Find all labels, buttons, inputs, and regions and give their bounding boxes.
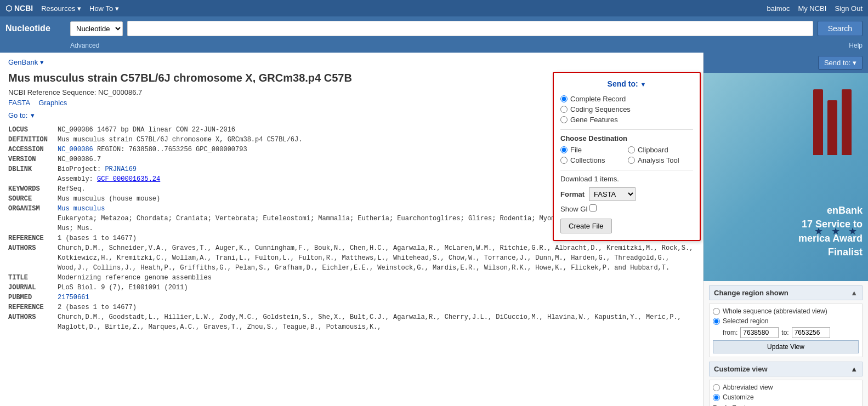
change-region-collapse-btn[interactable]: ▲ bbox=[850, 289, 858, 297]
main-content: GenBank ▾ Mus musculus strain C57BL/6J c… bbox=[0, 53, 868, 406]
my-ncbi-link[interactable]: My NCBI bbox=[798, 4, 826, 13]
region-section: Whole sequence (abbreviated view) Select… bbox=[709, 304, 863, 357]
genbank-dropdown-icon[interactable]: ▾ bbox=[40, 58, 44, 66]
show-gi-row: Show GI bbox=[560, 204, 693, 213]
send-to-panel: Send to: Complete Record Coding Sequence… bbox=[553, 72, 701, 241]
fasta-link[interactable]: FASTA bbox=[8, 99, 30, 107]
collections-destination[interactable]: Collections bbox=[560, 156, 626, 164]
coding-sequences-radio[interactable] bbox=[560, 106, 568, 113]
definition-value: Mus musculus strain C57BL/6J chromosome … bbox=[58, 135, 302, 145]
goto-label: Go to: bbox=[8, 111, 27, 119]
nav-links: Resources ▾ How To ▾ bbox=[41, 4, 767, 13]
accession-label: ACCESSION bbox=[8, 145, 58, 155]
database-select[interactable]: Nucleotide Gene Protein PubMed bbox=[70, 21, 123, 36]
complete-record-radio[interactable] bbox=[560, 95, 568, 102]
customize-radio[interactable] bbox=[713, 394, 720, 401]
file-radio[interactable] bbox=[560, 146, 568, 153]
organism-link[interactable]: Mus musculus bbox=[58, 205, 105, 213]
search-input[interactable] bbox=[127, 21, 813, 36]
send-to-dropdown-button[interactable]: Send to: bbox=[608, 79, 646, 88]
send-to-bar: Send to: ▾ bbox=[704, 53, 868, 73]
divider-1 bbox=[560, 129, 693, 130]
create-file-button[interactable]: Create File bbox=[560, 219, 612, 233]
sign-out-link[interactable]: Sign Out bbox=[835, 4, 863, 13]
region-from-input[interactable] bbox=[740, 327, 779, 338]
locus-value: NC_000086 14677 bp DNA linear CON 22-JUN… bbox=[58, 125, 235, 135]
title1-value: Modernizing reference genome assemblies bbox=[58, 273, 212, 283]
journal1-label: JOURNAL bbox=[8, 283, 58, 293]
destination-grid: File Clipboard Collections Analysis Tool bbox=[560, 146, 693, 164]
help-link[interactable]: Help bbox=[849, 42, 863, 49]
bioproject-link[interactable]: PRJNA169 bbox=[105, 165, 137, 173]
region-from-to: from: to: bbox=[713, 327, 859, 338]
source-label: SOURCE bbox=[8, 194, 58, 204]
ncbi-logo-icon: ⬡ bbox=[5, 4, 12, 13]
customize-view-collapse-btn[interactable]: ▲ bbox=[850, 365, 858, 373]
clipboard-destination[interactable]: Clipboard bbox=[628, 146, 693, 154]
coding-sequences-option[interactable]: Coding Sequences bbox=[560, 105, 693, 113]
organism-value: Mus musculus bbox=[58, 204, 105, 214]
send-to-button[interactable]: Send to: ▾ bbox=[818, 56, 863, 70]
genbank-link[interactable]: GenBank ▾ bbox=[8, 58, 44, 66]
reference2-row: REFERENCE 2 (bases 1 to 14677) bbox=[8, 302, 695, 312]
authors1-value: Church,D.M., Schneider,V.A., Graves,T., … bbox=[58, 243, 695, 273]
keywords-label: KEYWORDS bbox=[8, 184, 58, 194]
region-to-input[interactable] bbox=[792, 327, 830, 338]
resources-link[interactable]: Resources ▾ bbox=[41, 4, 81, 13]
whole-sequence-radio[interactable] bbox=[713, 308, 720, 315]
selected-region-option[interactable]: Selected region bbox=[713, 317, 859, 325]
top-nav: ⬡ NCBI Resources ▾ How To ▾ baimoc My NC… bbox=[0, 0, 868, 16]
banner-text: enBank 17 Service to merica Award Finali… bbox=[798, 204, 863, 259]
banner-line-4: Finalist bbox=[798, 245, 863, 259]
analysis-tool-destination[interactable]: Analysis Tool bbox=[628, 156, 693, 164]
pubmed1-value: 21750661 bbox=[58, 293, 89, 302]
ncbi-logo[interactable]: ⬡ NCBI bbox=[5, 4, 33, 13]
gene-features-radio[interactable] bbox=[560, 116, 568, 123]
choose-destination-label: Choose Destination bbox=[560, 134, 693, 142]
keywords-value: RefSeq. bbox=[58, 184, 85, 194]
customize-option[interactable]: Customize bbox=[713, 393, 859, 401]
authors2-value: Church,D.M., Goodstadt,L., Hillier,L.W.,… bbox=[58, 312, 695, 332]
file-destination[interactable]: File bbox=[560, 146, 626, 154]
username-link[interactable]: baimoc bbox=[767, 4, 790, 13]
search-button[interactable]: Search bbox=[818, 21, 863, 36]
whole-sequence-option[interactable]: Whole sequence (abbreviated view) bbox=[713, 307, 859, 315]
show-gi-checkbox[interactable] bbox=[589, 204, 597, 211]
authors1-label: AUTHORS bbox=[8, 243, 58, 273]
abbreviated-view-option[interactable]: Abbreviated view bbox=[713, 384, 859, 391]
right-panel: Send to: ▾ ★ ★ ★ enBank 17 Service to me… bbox=[704, 53, 868, 406]
db-label: Nucleotide bbox=[5, 24, 66, 33]
pubmed1-link[interactable]: 21750661 bbox=[58, 294, 89, 301]
abbreviated-view-radio[interactable] bbox=[713, 384, 720, 391]
customize-section: Abbreviated view Customize Basic Feature… bbox=[709, 380, 863, 406]
goto-dropdown[interactable]: ▾ bbox=[31, 111, 35, 119]
complete-record-option[interactable]: Complete Record bbox=[560, 95, 693, 103]
reference2-value: 2 (bases 1 to 14677) bbox=[58, 302, 137, 312]
change-region-header: Change region shown ▲ bbox=[709, 285, 863, 300]
pubmed1-label: PUBMED bbox=[8, 293, 58, 302]
gene-features-option[interactable]: Gene Features bbox=[560, 116, 693, 124]
howto-link[interactable]: How To ▾ bbox=[89, 4, 119, 13]
download-text: Download 1 items. bbox=[560, 175, 693, 183]
collections-radio[interactable] bbox=[560, 157, 568, 164]
clipboard-radio[interactable] bbox=[628, 146, 635, 153]
definition-label: DEFINITION bbox=[8, 135, 58, 145]
accession-link[interactable]: NC_000086 bbox=[58, 146, 93, 153]
analysis-tool-radio[interactable] bbox=[628, 157, 635, 164]
assembly-link[interactable]: GCF_000001635.24 bbox=[97, 175, 160, 183]
banner-line-1: enBank bbox=[798, 204, 863, 218]
send-to-panel-header: Send to: bbox=[560, 79, 693, 88]
banner-bar-1 bbox=[813, 89, 823, 155]
format-select[interactable]: FASTA GenBank ASN.1 GFF3 bbox=[589, 187, 636, 201]
source-value: Mus musculus (house mouse) bbox=[58, 194, 160, 204]
update-view-button[interactable]: Update View bbox=[713, 340, 859, 353]
authors1-row: AUTHORS Church,D.M., Schneider,V.A., Gra… bbox=[8, 243, 695, 273]
graphics-link[interactable]: Graphics bbox=[38, 99, 67, 107]
reference2-label: REFERENCE bbox=[8, 302, 58, 312]
customize-view-title: Customize view bbox=[714, 365, 768, 373]
change-region-title: Change region shown bbox=[714, 289, 788, 297]
advanced-link[interactable]: Advanced bbox=[70, 42, 99, 49]
selected-region-radio[interactable] bbox=[713, 318, 720, 325]
banner-bars bbox=[813, 89, 852, 155]
show-gi-label[interactable]: Show GI bbox=[560, 204, 597, 213]
